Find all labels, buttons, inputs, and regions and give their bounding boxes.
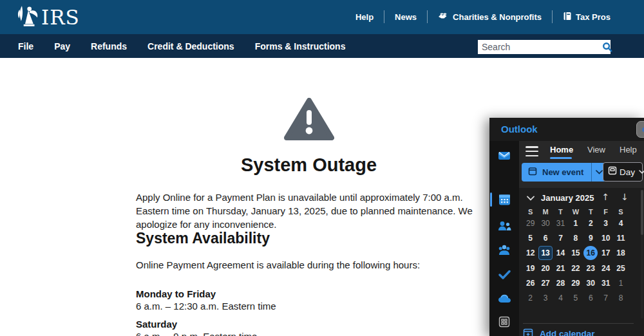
new-event-button[interactable]: New event <box>522 163 606 182</box>
new-event-calendar-icon <box>528 167 537 178</box>
tab-home[interactable]: Home <box>550 145 573 154</box>
calendar-day-cell[interactable]: 25 <box>614 261 628 275</box>
todo-check-icon[interactable] <box>497 267 512 281</box>
groups-icon[interactable] <box>497 243 512 257</box>
calendar-day-cell[interactable]: 9 <box>583 231 598 245</box>
nav-item-pay[interactable]: Pay <box>54 41 70 51</box>
divider <box>427 10 428 23</box>
irs-eagle-icon <box>17 4 40 31</box>
utility-link-help[interactable]: Help <box>355 12 374 22</box>
calendar-day-cell[interactable]: 30 <box>583 276 598 290</box>
calendar-day-cell[interactable]: 3 <box>599 216 613 230</box>
calendar-day-cell[interactable]: 19 <box>524 261 538 275</box>
calendar-day-cell[interactable]: 22 <box>569 261 583 275</box>
utility-link-news[interactable]: News <box>395 12 417 22</box>
calendar-day-cell[interactable]: 16 <box>583 246 598 260</box>
mail-icon[interactable] <box>497 149 512 163</box>
calendar-day-cell[interactable]: 8 <box>614 291 628 305</box>
calendar-day-cell[interactable]: 21 <box>553 261 567 275</box>
hours-weekday: Monday to Friday 6 a.m. – 12:30 a.m. Eas… <box>136 288 276 312</box>
scrollbar-thumb[interactable] <box>641 190 643 235</box>
calendar-day-cell[interactable]: 23 <box>583 261 598 275</box>
search-icon[interactable] <box>602 42 612 52</box>
add-calendar-button[interactable]: Add calendar <box>523 328 595 336</box>
weekday-label: T <box>583 208 598 216</box>
calendar-day-cell[interactable]: 15 <box>569 246 583 260</box>
calendar-day-cell[interactable]: 10 <box>599 231 613 245</box>
nav-item-refunds[interactable]: Refunds <box>91 41 127 51</box>
scrollbar[interactable] <box>641 190 643 319</box>
calendar-day-cell[interactable]: 4 <box>614 216 628 230</box>
hands-icon <box>438 12 449 23</box>
hamburger-menu-icon[interactable] <box>526 146 538 156</box>
utility-link-charities[interactable]: Charities & Nonprofits <box>438 12 542 23</box>
calendar-day-cell[interactable]: 13 <box>538 246 553 260</box>
calendar-day-cell[interactable]: 6 <box>538 231 553 245</box>
search-box <box>478 40 611 54</box>
cutoff-profile-button[interactable] <box>636 121 644 138</box>
tab-help[interactable]: Help <box>620 145 637 154</box>
calendar-day-cell[interactable]: 3 <box>538 291 553 305</box>
new-event-label: New event <box>542 167 583 177</box>
irs-header: IRS Help News Charities & Nonprofits <box>0 0 644 34</box>
nav-item-credit-deductions[interactable]: Credit & Deductions <box>147 41 234 51</box>
calendar-day-cell[interactable]: 29 <box>569 276 583 290</box>
calendar-day-cell[interactable]: 31 <box>599 276 613 290</box>
month-label[interactable]: January 2025 <box>541 193 594 203</box>
onedrive-cloud-icon[interactable] <box>497 292 512 306</box>
calendar-day-cell[interactable]: 7 <box>553 231 567 245</box>
calendar-day-cell[interactable]: 5 <box>569 291 583 305</box>
search-input[interactable] <box>478 42 602 52</box>
divider <box>384 10 384 23</box>
calendar-day-cell[interactable]: 2 <box>583 216 598 230</box>
calendar-day-cell[interactable]: 24 <box>599 261 613 275</box>
nav-item-forms-instructions[interactable]: Forms & Instructions <box>255 41 346 51</box>
calendar-day-cell[interactable]: 20 <box>538 261 553 275</box>
weekday-label: T <box>553 208 568 216</box>
page-title: System Outage <box>136 154 482 176</box>
calendar-day-cell[interactable]: 2 <box>524 291 538 305</box>
calendar-icon[interactable] <box>497 192 512 207</box>
tab-view[interactable]: View <box>587 145 605 154</box>
screen: IRS Help News Charities & Nonprofits <box>0 0 644 336</box>
add-calendar-icon <box>523 328 533 336</box>
calendar-day-cell[interactable]: 4 <box>553 291 567 305</box>
calendar-day-cell[interactable]: 8 <box>569 231 583 245</box>
outage-message: Apply Online for a Payment Plan is unava… <box>136 191 486 231</box>
calendar-day-cell[interactable]: 1 <box>569 216 583 230</box>
calendar-day-cell[interactable]: 27 <box>538 276 553 290</box>
calendar-day-cell[interactable]: 29 <box>524 216 538 230</box>
month-collapse-chevron-icon[interactable] <box>527 192 535 203</box>
calendar-day-cell[interactable]: 14 <box>553 246 567 260</box>
calendar-day-cell[interactable]: 11 <box>614 231 628 245</box>
calendar-day-cell[interactable]: 12 <box>524 246 538 260</box>
day-view-button[interactable]: Day <box>603 162 643 182</box>
calendar-day-cell[interactable]: 7 <box>599 291 613 305</box>
hours-weekday-time: 6 a.m. – 12:30 a.m. Eastern time <box>136 301 276 312</box>
calendar-day-cell[interactable]: 30 <box>538 216 553 230</box>
active-module-indicator <box>490 192 492 207</box>
utility-nav: Help News Charities & Nonprofits <box>355 10 611 23</box>
weekday-label: F <box>598 208 613 216</box>
divider <box>523 323 634 324</box>
calendar-day-cell[interactable]: 17 <box>599 246 613 260</box>
next-month-arrow[interactable]: ↓ <box>621 192 629 202</box>
calendar-day-cell[interactable]: 31 <box>553 216 567 230</box>
utility-link-taxpros[interactable]: Tax Pros <box>563 12 611 23</box>
irs-logo[interactable]: IRS <box>17 5 80 30</box>
nav-item-file[interactable]: File <box>18 41 33 51</box>
day-view-icon <box>608 166 617 178</box>
day-view-chevron[interactable] <box>639 170 644 174</box>
apps-grid-icon[interactable] <box>497 315 512 329</box>
calendar-day-cell[interactable]: 18 <box>614 246 628 260</box>
people-icon[interactable] <box>497 219 512 233</box>
availability-heading: System Availability <box>136 230 270 247</box>
calendar-day-cell[interactable]: 26 <box>524 276 538 290</box>
prev-month-arrow[interactable]: ↑ <box>602 192 610 202</box>
calendar-day-cell[interactable]: 6 <box>583 291 598 305</box>
weekday-label: W <box>568 208 583 216</box>
calendar-day-cell[interactable]: 5 <box>524 231 538 245</box>
irs-logo-text: IRS <box>41 6 80 29</box>
calendar-day-cell[interactable]: 28 <box>553 276 567 290</box>
calendar-day-cell[interactable]: 1 <box>614 276 628 290</box>
